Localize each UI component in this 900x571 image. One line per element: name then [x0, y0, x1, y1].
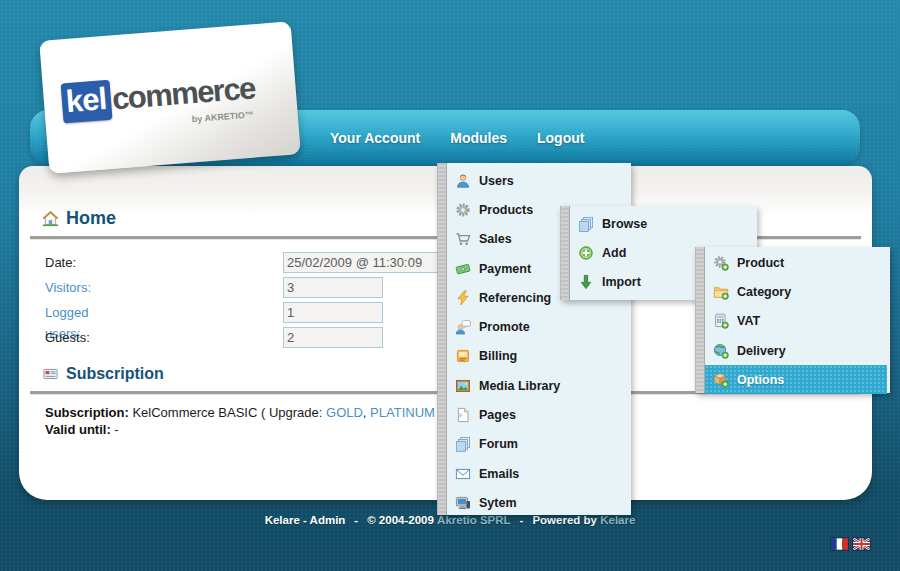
page-icon — [455, 407, 471, 423]
add-icon — [578, 245, 594, 261]
menu-item-pages[interactable]: Pages — [447, 400, 631, 429]
menu-item-category[interactable]: Category — [705, 277, 887, 306]
menu-left-strip — [437, 163, 447, 515]
user-icon — [455, 173, 471, 189]
menu-item-label: Sales — [479, 232, 512, 246]
footer-brand: Kelare - Admin — [265, 514, 346, 526]
menu-item-label: Products — [479, 203, 533, 217]
subscription-label: Subscription: — [45, 405, 129, 420]
gear-icon — [455, 202, 471, 218]
date-input[interactable] — [283, 252, 453, 273]
home-title: Home — [66, 208, 116, 229]
box-plus-icon — [713, 372, 729, 388]
menu-item-sytem[interactable]: Sytem — [447, 488, 631, 517]
menu-item-media-library[interactable]: Media Library — [447, 371, 631, 400]
footer-separator: - — [345, 514, 367, 526]
menu-item-label: Promote — [479, 320, 530, 334]
menu-item-label: Category — [737, 285, 791, 299]
media-icon — [455, 378, 471, 394]
menu-left-strip — [560, 206, 570, 300]
menu-item-label: Emails — [479, 467, 519, 481]
monitor-icon — [455, 495, 471, 511]
menu-item-label: Referencing — [479, 291, 551, 305]
kelcommerce-logo: kel commerce by AKRETIO™ — [61, 68, 258, 134]
menu-item-product[interactable]: Product — [705, 248, 887, 277]
card-icon — [42, 366, 59, 382]
nav-items: Your Account Modules Logout — [330, 110, 584, 165]
menu-item-emails[interactable]: Emails — [447, 459, 631, 488]
cart-icon — [455, 231, 471, 247]
menu-item-label: Payment — [479, 262, 531, 276]
menu-item-label: Sytem — [479, 496, 517, 510]
folder-plus-icon — [713, 284, 729, 300]
menu-item-label: Media Library — [479, 379, 560, 393]
lightning-icon — [455, 290, 471, 306]
link-separator: , — [363, 405, 370, 420]
import-icon — [578, 274, 594, 290]
footer-copyright: © 2004-2009 — [367, 514, 434, 526]
menu-item-promote[interactable]: Promote — [447, 312, 631, 341]
visitors-label[interactable]: Visitors: — [45, 277, 91, 298]
billing-icon — [455, 348, 471, 364]
calc-plus-icon — [713, 313, 729, 329]
date-label: Date: — [45, 252, 76, 273]
logged-users-input[interactable] — [283, 302, 383, 323]
british-flag-icon[interactable] — [853, 538, 870, 550]
upgrade-platinum-link[interactable]: PLATINUM — [370, 405, 435, 420]
promote-icon — [455, 319, 471, 335]
menu-item-billing[interactable]: Billing — [447, 342, 631, 371]
menu-item-label: Product — [737, 256, 784, 270]
page-background: Your Account Modules Logout Home Date: V… — [0, 0, 900, 571]
menu-item-browse[interactable]: Browse — [570, 209, 757, 238]
subscription-title: Subscription — [66, 365, 164, 383]
menu-item-label: Billing — [479, 349, 517, 363]
language-switcher — [831, 538, 870, 550]
visitors-input[interactable] — [283, 277, 383, 298]
menu-item-forum[interactable]: Forum — [447, 430, 631, 459]
subscription-plan-text: KelCommerce BASIC ( Upgrade: — [129, 405, 326, 420]
home-heading: Home — [42, 208, 116, 229]
logo-card[interactable]: kel commerce by AKRETIO™ — [39, 21, 301, 173]
ticket-icon — [455, 261, 471, 277]
menu-item-vat[interactable]: VAT — [705, 307, 887, 336]
menu-item-label: Pages — [479, 408, 516, 422]
valid-until-value: - — [111, 422, 119, 437]
upgrade-gold-link[interactable]: GOLD — [326, 405, 363, 420]
subscription-line: Subscription: KelCommerce BASIC ( Upgrad… — [45, 405, 435, 420]
copies-icon — [455, 436, 471, 452]
menu-item-label: Users — [479, 174, 514, 188]
guests-label: Guests: — [45, 327, 90, 348]
mail-icon — [455, 466, 471, 482]
nav-logout[interactable]: Logout — [537, 130, 584, 146]
add-submenu: ProductCategoryVATDeliveryOptions — [695, 247, 890, 393]
menu-item-label: Forum — [479, 437, 518, 451]
menu-item-options[interactable]: Options — [705, 365, 887, 394]
menu-item-label: Browse — [602, 217, 647, 231]
menu-item-label: Options — [737, 373, 784, 387]
globe-plus-icon — [713, 343, 729, 359]
menu-item-label: VAT — [737, 314, 760, 328]
menu-item-users[interactable]: Users — [447, 166, 631, 195]
nav-modules[interactable]: Modules — [450, 130, 507, 146]
menu-item-delivery[interactable]: Delivery — [705, 336, 887, 365]
logo-kel-box: kel — [61, 80, 113, 124]
nav-your-account[interactable]: Your Account — [330, 130, 420, 146]
menu-item-label: Import — [602, 275, 641, 289]
menu-item-label: Delivery — [737, 344, 786, 358]
subscription-heading: Subscription — [42, 365, 164, 383]
valid-until-label: Valid until: — [45, 422, 111, 437]
menu-item-label: Add — [602, 246, 626, 260]
guests-input[interactable] — [283, 327, 383, 348]
french-flag-icon[interactable] — [831, 538, 848, 550]
gear-plus-icon — [713, 255, 729, 271]
valid-until-line: Valid until: - — [45, 422, 119, 437]
menu-left-strip — [695, 247, 705, 393]
home-icon — [42, 210, 59, 227]
copies-icon — [578, 216, 594, 232]
